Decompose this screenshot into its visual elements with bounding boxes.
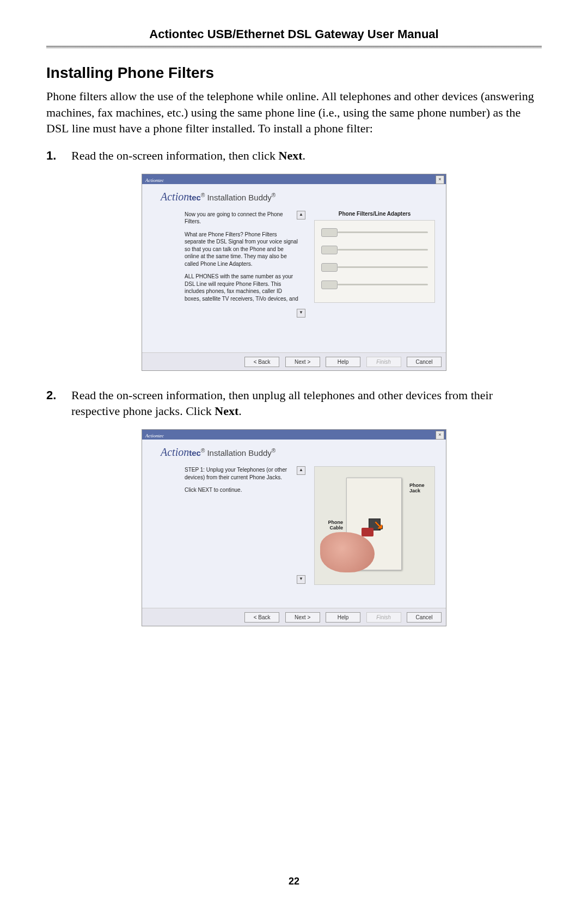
step-bold: Next	[215, 404, 238, 418]
arrow-icon: ↘	[373, 518, 383, 532]
intro-dsl: DSL	[46, 121, 69, 135]
brand-bar: Actiontec® Installation Buddy®	[142, 184, 446, 211]
finish-button: Finish	[366, 612, 401, 623]
back-button[interactable]: < Back	[244, 357, 279, 367]
installer-buttons: < Back Next > Help Finish Cancel	[142, 352, 446, 370]
help-button[interactable]: Help	[326, 357, 360, 367]
installer2-para1: STEP 1: Unplug your Telephones (or other…	[185, 466, 299, 481]
installer1-para1: Now you are going to connect the Phone F…	[185, 211, 299, 225]
titlebar: Actiontec ×	[142, 430, 446, 440]
back-button[interactable]: < Back	[244, 612, 279, 623]
brand-prefix: Action	[161, 191, 189, 203]
red-plug	[362, 528, 373, 536]
brand-prefix: Action	[161, 446, 189, 458]
help-button[interactable]: Help	[326, 612, 360, 623]
step-number: 1.	[46, 148, 71, 164]
phone-jack-image: ↘ Phone Cable Phone Jack	[314, 466, 435, 585]
installer1-para3: ALL PHONES with the same number as your …	[185, 273, 299, 302]
installer1-text-pane: Now you are going to connect the Phone F…	[185, 211, 303, 352]
step-text: Read the on-screen information, then cli…	[71, 148, 542, 164]
brand-bar: Actiontec® Installation Buddy®	[142, 440, 446, 466]
installer-buttons: < Back Next > Help Finish Cancel	[142, 608, 446, 626]
installer-screenshot-1: Actiontec × Actiontec® Installation Budd…	[142, 174, 446, 371]
titlebar: Actiontec ×	[142, 174, 446, 184]
header-divider	[46, 46, 542, 49]
intro-pre: Phone filters allow the use of the telep…	[46, 89, 534, 119]
section-heading: Installing Phone Filters	[46, 64, 542, 82]
phone-filters-image	[314, 220, 435, 303]
step-2: 2. Read the on-screen information, then …	[46, 387, 542, 419]
step-pre: Read the on-screen information, then unp…	[71, 388, 493, 418]
close-icon[interactable]: ×	[436, 175, 444, 184]
cancel-button[interactable]: Cancel	[407, 612, 442, 623]
brand-product: Installation Buddy	[205, 448, 272, 457]
page-number: 22	[0, 876, 588, 887]
step-pre: Read the on-screen information, then cli…	[71, 149, 279, 162]
installer2-text-pane: STEP 1: Unplug your Telephones (or other…	[185, 466, 303, 608]
next-button[interactable]: Next >	[285, 612, 320, 623]
brand-suffix: tec	[189, 193, 201, 202]
brand-suffix: tec	[189, 448, 201, 457]
phone-jack-label: Phone Jack	[409, 483, 431, 494]
step-post: .	[303, 149, 306, 162]
filters-caption: Phone Filters/Line Adapters	[314, 211, 435, 217]
finish-button: Finish	[366, 357, 401, 367]
intro-paragraph: Phone filters allow the use of the telep…	[46, 88, 542, 137]
step-1: 1. Read the on-screen information, then …	[46, 148, 542, 164]
installer-screenshot-2: Actiontec × Actiontec® Installation Budd…	[142, 429, 446, 626]
installer1-para2: What are Phone Filters? Phone Filters se…	[185, 231, 299, 268]
titlebar-text: Actiontec	[142, 178, 164, 183]
brand-reg-icon-2: ®	[272, 192, 275, 198]
close-icon[interactable]: ×	[436, 431, 444, 440]
step-post: .	[238, 404, 242, 418]
step-bold: Next	[279, 149, 303, 162]
brand-product: Installation Buddy	[205, 193, 272, 202]
next-button[interactable]: Next >	[285, 357, 320, 367]
cancel-button[interactable]: Cancel	[407, 357, 442, 367]
phone-cable-label: Phone Cable	[319, 520, 343, 531]
brand-reg-icon-2: ®	[272, 448, 275, 454]
manual-header-title: Actiontec USB/Ethernet DSL Gateway User …	[46, 27, 542, 41]
step-number: 2.	[46, 387, 71, 419]
titlebar-text: Actiontec	[142, 433, 164, 438]
step-text: Read the on-screen information, then unp…	[71, 387, 542, 419]
intro-post: line must have a phone filter installed.…	[69, 121, 373, 135]
installer2-para2: Click NEXT to continue.	[185, 486, 299, 494]
